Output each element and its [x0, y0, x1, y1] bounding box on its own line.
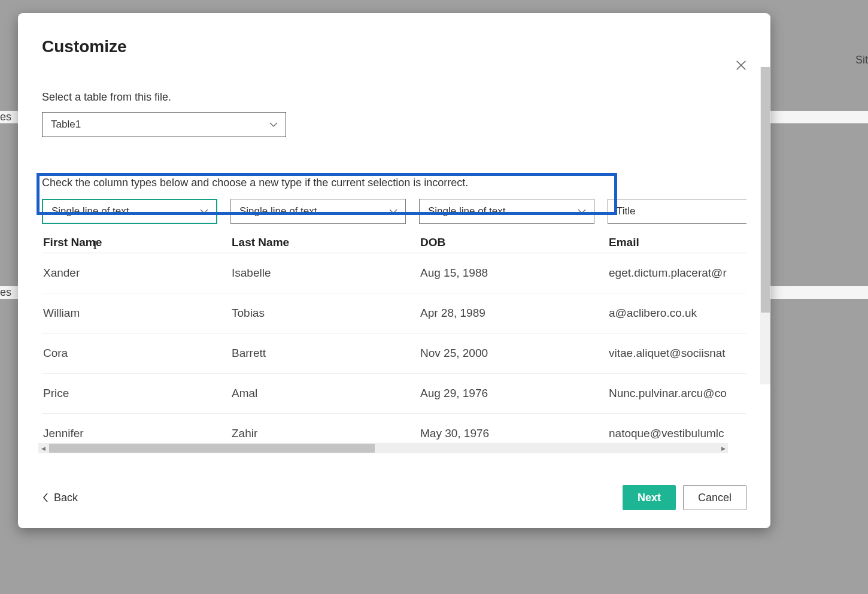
table-row: Price Amal Aug 29, 1976 Nunc.pulvinar.ar…	[42, 374, 746, 414]
instruction-text: Check the column types below and choose …	[42, 177, 746, 189]
horizontal-scrollbar[interactable]: ◀ ▶	[38, 443, 728, 453]
chevron-down-icon	[577, 207, 587, 216]
cell: May 30, 1976	[419, 427, 594, 440]
horizontal-scrollbar-thumb[interactable]	[49, 444, 375, 453]
cell: Zahir	[230, 427, 406, 440]
cell: Amal	[230, 387, 406, 400]
chevron-down-icon	[269, 120, 278, 129]
cell: vitae.aliquet@sociisnat	[608, 347, 746, 360]
table-preview-area: Single line of text Single line of text …	[42, 195, 746, 453]
table-row: Xander Isabelle Aug 15, 1988 eget.dictum…	[42, 253, 746, 293]
cancel-button[interactable]: Cancel	[683, 485, 746, 510]
table-header: Last Name	[230, 236, 406, 249]
cell: Barrett	[230, 347, 406, 360]
table-select-label: Select a table from this file.	[42, 91, 746, 104]
cell: Apr 28, 1989	[419, 307, 594, 320]
table-header: First Name	[42, 236, 217, 249]
dialog-footer: Back Next Cancel	[42, 485, 746, 510]
cell: Xander	[42, 266, 217, 280]
vertical-scrollbar-thumb[interactable]	[761, 67, 770, 313]
back-button[interactable]: Back	[42, 492, 78, 504]
scroll-right-arrow-icon[interactable]: ▶	[718, 443, 728, 453]
cell: Cora	[42, 347, 217, 360]
cell: a@aclibero.co.uk	[608, 307, 746, 320]
chevron-left-icon	[42, 492, 49, 503]
table-header: DOB	[419, 236, 594, 249]
table-row: William Tobias Apr 28, 1989 a@aclibero.c…	[42, 293, 746, 334]
column-type-value: Title	[617, 205, 636, 217]
table-row: Cora Barrett Nov 25, 2000 vitae.aliquet@…	[42, 334, 746, 374]
column-type-select-1[interactable]: Single line of text	[230, 199, 406, 224]
chevron-down-icon	[199, 207, 209, 216]
column-type-value: Single line of text	[428, 205, 505, 217]
dialog-title: Customize	[42, 37, 746, 56]
close-button[interactable]	[735, 59, 748, 72]
cell: Price	[42, 387, 217, 400]
cell: Nunc.pulvinar.arcu@co	[608, 387, 746, 400]
cell: Aug 15, 1988	[419, 266, 594, 280]
column-type-select-0[interactable]: Single line of text	[42, 199, 217, 224]
scroll-left-arrow-icon[interactable]: ◀	[38, 443, 48, 453]
cell: Aug 29, 1976	[419, 387, 594, 400]
table-select[interactable]: Table1	[42, 112, 286, 137]
table-header-row: First Name Last Name DOB Email	[42, 236, 746, 253]
table-select-value: Table1	[51, 119, 81, 131]
cell: natoque@vestibulumlc	[608, 427, 746, 440]
column-type-value: Single line of text	[239, 205, 317, 217]
vertical-scrollbar[interactable]	[760, 67, 770, 384]
cell: eget.dictum.placerat@r	[608, 266, 746, 280]
column-type-row: Single line of text Single line of text …	[42, 195, 746, 230]
column-type-select-3[interactable]: Title	[608, 199, 746, 224]
next-button[interactable]: Next	[623, 485, 676, 510]
cell: Jennifer	[42, 427, 217, 440]
close-icon	[735, 59, 748, 72]
cell: William	[42, 307, 217, 320]
column-type-value: Single line of text	[51, 205, 129, 217]
cell: Isabelle	[230, 266, 406, 280]
cell: Nov 25, 2000	[419, 347, 594, 360]
bg-right-text: Sit	[855, 54, 868, 66]
column-type-select-2[interactable]: Single line of text	[419, 199, 594, 224]
chevron-down-icon	[389, 207, 398, 216]
cell: Tobias	[230, 307, 406, 320]
table-header: Email	[608, 236, 746, 249]
back-label: Back	[54, 492, 78, 504]
customize-dialog: Customize Select a table from this file.…	[18, 13, 770, 528]
